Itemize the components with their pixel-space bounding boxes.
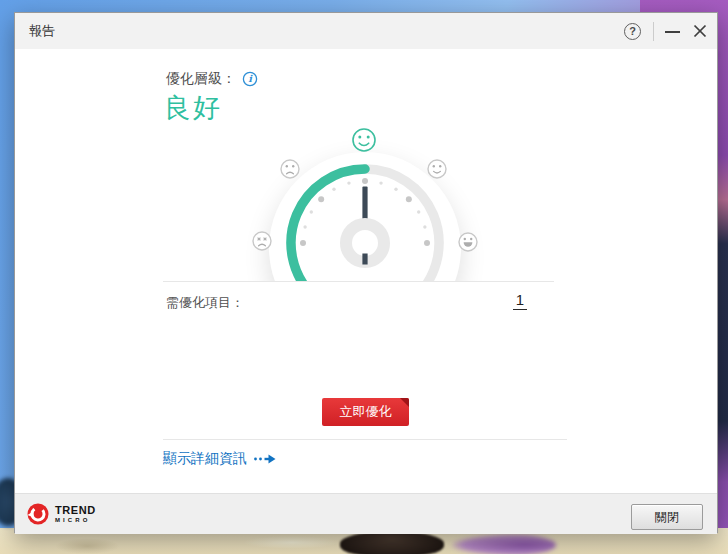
help-icon[interactable]: ? bbox=[624, 23, 641, 40]
emoji-good-icon bbox=[353, 129, 375, 151]
optimize-now-button[interactable]: 立即優化 bbox=[322, 398, 409, 426]
trend-micro-logo: TREND MICRO bbox=[27, 503, 96, 525]
close-button[interactable]: 關閉 bbox=[631, 504, 703, 530]
items-to-optimize-count[interactable]: 1 bbox=[513, 291, 527, 310]
button-corner-fold bbox=[400, 398, 409, 407]
brand-micro: MICRO bbox=[55, 517, 96, 523]
report-window: 報告 ? 優化層級： i bbox=[14, 12, 718, 533]
brand-trend: TREND bbox=[55, 505, 96, 516]
divider bbox=[163, 281, 554, 282]
wallpaper-petals bbox=[452, 534, 556, 554]
trend-micro-ball-icon bbox=[27, 503, 49, 525]
trend-micro-wordmark: TREND MICRO bbox=[55, 505, 96, 524]
minimize-icon bbox=[665, 31, 680, 33]
footer-bar: TREND MICRO 關閉 bbox=[15, 493, 717, 534]
items-to-optimize-label: 需優化項目： bbox=[166, 294, 244, 312]
titlebar[interactable]: 報告 ? bbox=[15, 13, 717, 49]
optimization-level-label: 優化層級： i bbox=[166, 70, 258, 88]
divider bbox=[163, 439, 567, 440]
show-details-link[interactable]: 顯示詳細資訊 bbox=[163, 450, 277, 468]
minimize-button[interactable] bbox=[663, 23, 683, 40]
emoji-very-bad-icon bbox=[253, 232, 271, 250]
emoji-happy-icon bbox=[428, 160, 446, 178]
gauge-dial bbox=[245, 113, 485, 281]
dotted-arrow-icon bbox=[253, 453, 277, 465]
gauge bbox=[15, 111, 719, 281]
titlebar-separator bbox=[653, 22, 654, 41]
info-icon[interactable]: i bbox=[242, 71, 258, 87]
emoji-sad-icon bbox=[281, 160, 299, 178]
wallpaper-pot bbox=[340, 531, 444, 554]
window-title: 報告 bbox=[29, 13, 55, 49]
optimize-now-label: 立即優化 bbox=[340, 404, 392, 419]
close-window-button[interactable] bbox=[691, 22, 709, 40]
emoji-excellent-icon bbox=[459, 233, 477, 251]
close-icon bbox=[691, 22, 709, 40]
show-details-label: 顯示詳細資訊 bbox=[163, 450, 247, 468]
report-content: 優化層級： i 良好 bbox=[15, 49, 717, 493]
screen: 報告 ? 優化層級： i bbox=[0, 0, 728, 554]
optimization-level-text: 優化層級： bbox=[166, 70, 236, 88]
gauge-needle-tail bbox=[362, 254, 367, 265]
